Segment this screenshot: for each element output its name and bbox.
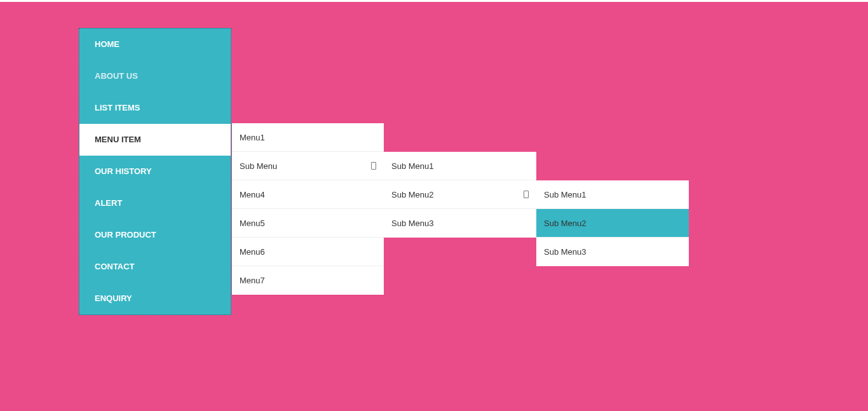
sidebar-item-menu-item[interactable]: MENU ITEM	[79, 124, 231, 156]
submenu2-item-sub-menu2[interactable]: Sub Menu2	[384, 180, 536, 209]
submenu-item-label: Sub Menu1	[391, 161, 434, 171]
submenu2-item-sub-menu3[interactable]: Sub Menu3	[384, 209, 536, 238]
submenu-item-label: Sub Menu3	[544, 247, 587, 257]
submenu-item-label: Sub Menu2	[544, 219, 587, 228]
submenu-level-1: Menu1 Sub Menu Menu4 Menu5 Menu6 Menu7	[232, 123, 384, 295]
submenu3-item-sub-menu3[interactable]: Sub Menu3	[536, 238, 689, 266]
sidebar-item-our-history[interactable]: OUR HISTORY	[79, 156, 231, 187]
submenu-item-label: Menu1	[240, 133, 265, 142]
submenu2-item-sub-menu1[interactable]: Sub Menu1	[384, 152, 536, 180]
submenu-item-sub-menu[interactable]: Sub Menu	[232, 152, 384, 180]
chevron-right-icon	[524, 191, 529, 198]
submenu-item-label: Menu4	[240, 190, 265, 199]
sidebar-item-about-us[interactable]: ABOUT US	[79, 60, 231, 92]
sidebar-item-label: OUR PRODUCT	[95, 230, 156, 239]
submenu-item-label: Menu7	[240, 276, 265, 285]
submenu-item-menu1[interactable]: Menu1	[232, 123, 384, 152]
submenu-level-2: Sub Menu1 Sub Menu2 Sub Menu3	[384, 152, 536, 238]
sidebar-item-label: CONTACT	[95, 262, 135, 271]
chevron-right-icon	[371, 162, 376, 170]
sidebar-item-list-items[interactable]: LIST ITEMS	[79, 92, 231, 124]
sidebar-item-enquiry[interactable]: ENQUIRY	[79, 283, 231, 314]
sidebar-item-alert[interactable]: ALERT	[79, 187, 231, 219]
sidebar-nav: HOME ABOUT US LIST ITEMS MENU ITEM OUR H…	[79, 28, 231, 315]
submenu-item-label: Menu6	[240, 247, 265, 257]
submenu-item-menu5[interactable]: Menu5	[232, 209, 384, 238]
sidebar-item-label: ENQUIRY	[95, 293, 132, 303]
sidebar-item-label: LIST ITEMS	[95, 103, 140, 112]
submenu-item-label: Sub Menu1	[544, 190, 587, 199]
sidebar-item-label: HOME	[95, 39, 119, 49]
submenu-item-menu7[interactable]: Menu7	[232, 266, 384, 295]
submenu-item-label: Menu5	[240, 219, 265, 228]
submenu-level-3: Sub Menu1 Sub Menu2 Sub Menu3	[536, 180, 689, 266]
sidebar-item-label: MENU ITEM	[95, 135, 141, 144]
top-divider	[0, 0, 868, 2]
submenu-item-menu6[interactable]: Menu6	[232, 238, 384, 266]
sidebar-item-label: OUR HISTORY	[95, 166, 152, 176]
sidebar-item-home[interactable]: HOME	[79, 29, 231, 60]
sidebar-item-label: ABOUT US	[95, 71, 138, 81]
submenu-item-label: Sub Menu	[240, 161, 277, 171]
submenu-item-label: Sub Menu2	[391, 190, 434, 199]
submenu3-item-sub-menu2[interactable]: Sub Menu2	[536, 209, 689, 238]
submenu3-item-sub-menu1[interactable]: Sub Menu1	[536, 180, 689, 209]
sidebar-item-our-product[interactable]: OUR PRODUCT	[79, 219, 231, 251]
submenu-item-label: Sub Menu3	[391, 219, 434, 228]
sidebar-item-contact[interactable]: CONTACT	[79, 251, 231, 283]
submenu-item-menu4[interactable]: Menu4	[232, 180, 384, 209]
sidebar-item-label: ALERT	[95, 198, 122, 208]
